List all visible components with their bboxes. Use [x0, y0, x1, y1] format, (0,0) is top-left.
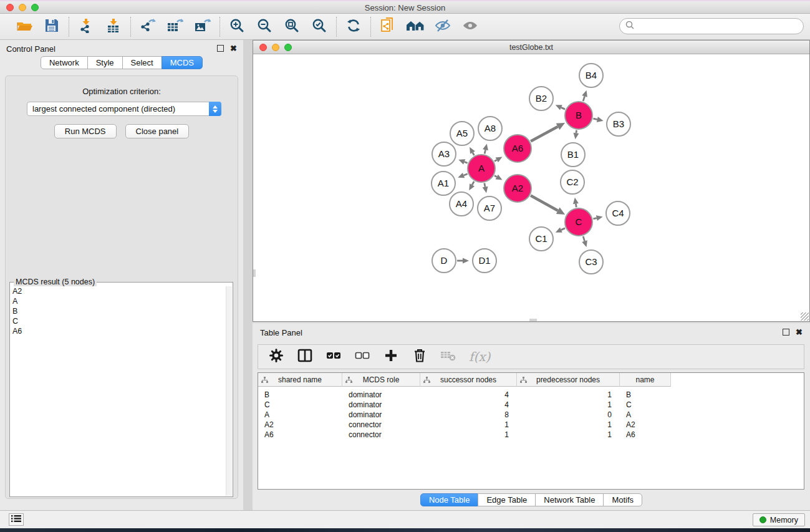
graph-edge-A-A6[interactable] — [494, 160, 497, 161]
refresh-view-button[interactable] — [344, 17, 363, 36]
graph-edge-A-A1[interactable] — [464, 174, 468, 175]
task-history-button[interactable] — [9, 513, 24, 526]
horizontal-scroll-mark[interactable] — [529, 319, 537, 321]
run-mcds-button[interactable]: Run MCDS — [54, 124, 117, 138]
cell-name: A — [620, 410, 671, 420]
split-view-button[interactable] — [297, 349, 313, 365]
memory-button[interactable]: Memory — [753, 513, 805, 526]
graph-edge-C-C1[interactable] — [561, 228, 565, 230]
table-settings-button[interactable] — [268, 349, 284, 365]
select-all-button[interactable] — [325, 349, 342, 365]
column-header-shared-name[interactable]: shared name — [258, 373, 342, 387]
mcds-result-item[interactable]: C — [11, 316, 226, 326]
tab-motifs[interactable]: Motifs — [603, 493, 642, 506]
select-stepper-icon[interactable] — [209, 102, 221, 116]
memory-status-icon — [759, 516, 766, 523]
hide-panel-eye-button[interactable] — [433, 17, 452, 36]
import-table-button[interactable] — [104, 17, 123, 36]
column-header-name[interactable]: name — [620, 373, 671, 387]
table-row[interactable]: Bdominator41B — [258, 390, 804, 400]
mcds-result-item[interactable]: A6 — [11, 326, 226, 336]
mcds-result-title: MCDS result (5 nodes) — [14, 278, 97, 286]
column-header-successor-nodes[interactable]: successor nodes — [420, 373, 517, 387]
show-panel-eye-button[interactable] — [461, 17, 480, 36]
import-network-button[interactable] — [77, 17, 95, 36]
graph-edge-A-A3[interactable] — [465, 162, 468, 163]
graph-edge-arrowhead — [597, 117, 604, 122]
save-session-button[interactable] — [42, 17, 61, 36]
criterion-select[interactable]: largest connected component (directed) — [27, 102, 221, 116]
export-image-button[interactable] — [193, 17, 212, 36]
graph-edge-arrowhead — [596, 215, 603, 221]
home-layout-button[interactable] — [406, 17, 425, 36]
search-box[interactable] — [619, 18, 804, 34]
deselect-all-button[interactable] — [354, 349, 370, 365]
zoom-fit-button[interactable] — [282, 17, 301, 36]
graph-node-label-C4: C4 — [612, 208, 624, 218]
cell-shared-name: A2 — [258, 420, 342, 430]
network-canvas[interactable]: B4B2BB3A8A5A6B1A3AC2A1A2A4A7C4CC1C3DD1 — [253, 54, 809, 321]
mcds-result-item[interactable]: A2 — [11, 286, 226, 296]
graph-edge-A-A7[interactable] — [485, 183, 485, 187]
table-row[interactable]: Cdominator41C — [258, 400, 804, 410]
graph-edge-A6-B[interactable] — [531, 127, 557, 142]
graph-edge-C-C2[interactable] — [576, 204, 576, 208]
add-column-button[interactable] — [383, 349, 399, 365]
delete-table-button[interactable] — [440, 349, 456, 365]
tab-edge-table[interactable]: Edge Table — [478, 493, 536, 506]
export-table-button[interactable] — [166, 17, 185, 36]
tab-network-table[interactable]: Network Table — [535, 493, 604, 506]
table-close-panel-icon[interactable]: ✖ — [796, 329, 803, 336]
column-header-mcds-role[interactable]: MCDS role — [342, 373, 420, 387]
tab-network[interactable]: Network — [41, 56, 88, 69]
table-row[interactable]: A6connector11A6 — [258, 430, 804, 440]
graph-edge-A-A4[interactable] — [472, 181, 474, 185]
graph-edge-arrowhead — [483, 143, 488, 150]
tab-style[interactable]: Style — [87, 56, 123, 69]
zoom-in-button[interactable] — [228, 17, 246, 36]
graph-edge-B-B4[interactable] — [583, 96, 584, 101]
table-float-panel-icon[interactable] — [783, 329, 789, 336]
cell-mcds-role: connector — [342, 430, 420, 440]
graph-edge-B-B2[interactable] — [561, 107, 565, 109]
status-bar: Memory — [0, 510, 810, 528]
graph-edge-B-B3[interactable] — [593, 118, 597, 119]
vertical-scroll-mark[interactable] — [253, 269, 256, 277]
tab-node-table[interactable]: Node Table — [420, 493, 479, 506]
table-row[interactable]: A2connector11A2 — [258, 420, 804, 430]
graph-edge-C-C4[interactable] — [593, 218, 596, 219]
close-panel-button[interactable]: Close panel — [125, 124, 190, 138]
search-icon — [625, 20, 635, 32]
export-image-icon — [195, 18, 211, 36]
resize-grip[interactable] — [801, 312, 809, 321]
graph-edge-B-B1[interactable] — [576, 130, 577, 133]
search-input[interactable] — [635, 20, 803, 32]
tab-mcds[interactable]: MCDS — [162, 56, 203, 69]
delete-column-button[interactable] — [412, 349, 428, 365]
graph-edge-A-A8[interactable] — [485, 150, 485, 153]
column-header-predecessor-nodes[interactable]: predecessor nodes — [517, 373, 620, 387]
open-session-button[interactable] — [15, 17, 34, 36]
table-row[interactable]: Adominator80A — [258, 410, 804, 420]
cell-predecessor-nodes: 1 — [517, 430, 620, 440]
cell-successor-nodes: 4 — [420, 390, 517, 400]
graph-node-label-A8: A8 — [485, 123, 496, 133]
mcds-result-item[interactable]: B — [11, 306, 226, 316]
zoom-out-button[interactable] — [255, 17, 274, 36]
function-builder-button[interactable]: f(x) — [469, 349, 490, 365]
tab-select[interactable]: Select — [122, 56, 162, 69]
mcds-result-item[interactable]: A — [11, 296, 226, 306]
table-toolbar: f(x) — [258, 344, 804, 369]
delete-table-icon — [440, 349, 456, 365]
float-panel-icon[interactable] — [217, 45, 224, 52]
cell-shared-name: A6 — [258, 430, 342, 440]
export-network-button[interactable] — [138, 17, 157, 36]
close-panel-icon[interactable]: ✖ — [230, 45, 237, 52]
zoom-selected-button[interactable] — [310, 17, 329, 36]
graph-edge-C-C3[interactable] — [583, 236, 584, 241]
clone-network-button[interactable] — [378, 17, 397, 36]
graph-edge-A-A2[interactable] — [494, 176, 497, 177]
graph-edge-A2-C[interactable] — [531, 196, 558, 211]
graph-edge-A-A5[interactable] — [473, 153, 474, 155]
result-scrollbar[interactable] — [226, 286, 232, 496]
